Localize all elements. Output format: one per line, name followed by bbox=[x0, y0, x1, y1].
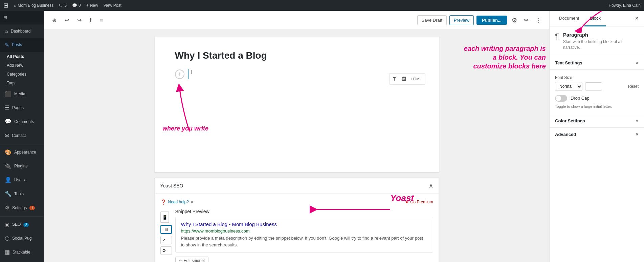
format-image-button[interactable]: 🖼 bbox=[399, 75, 408, 83]
house-icon: ⌂ bbox=[14, 3, 16, 8]
sidebar-item-tools-label: Tools bbox=[14, 192, 24, 197]
app-layout: ⊞ ⌂ Dashboard ✎ Posts All Posts Add New … bbox=[0, 11, 644, 262]
add-block-circle-btn[interactable]: + bbox=[175, 69, 184, 79]
undo-icon: ↩ bbox=[65, 17, 69, 23]
publish-button[interactable]: Publish... bbox=[476, 16, 507, 25]
main-content: ⊕ ↩ ↪ ℹ ≡ Save Draft Preview Publish... … bbox=[44, 11, 549, 262]
sidebar-sub-tags[interactable]: Tags bbox=[0, 79, 44, 87]
snippet-buttons-row: ✏ Edit snippet bbox=[175, 257, 433, 262]
toggle-knob bbox=[556, 96, 561, 101]
sidebar-item-appearance[interactable]: 🎨 Appearance bbox=[0, 146, 44, 160]
format-text-button[interactable]: T bbox=[391, 75, 398, 83]
drop-cap-toggle[interactable] bbox=[555, 95, 567, 102]
admin-bar-howdy: Howdy, Elna Cain bbox=[609, 3, 641, 8]
more-icon: ⋮ bbox=[536, 17, 542, 24]
advanced-chevron-icon: ∨ bbox=[636, 132, 639, 137]
format-html-button[interactable]: HTML bbox=[409, 75, 424, 83]
undo-button[interactable]: ↩ bbox=[62, 15, 72, 25]
admin-bar-view-post-label: View Post bbox=[104, 3, 121, 8]
sidebar-sub-categories[interactable]: Categories bbox=[0, 70, 44, 79]
color-settings-title: Color Settings bbox=[555, 118, 585, 123]
add-block-button[interactable]: ⊕ bbox=[49, 15, 59, 25]
pages-icon: ☰ bbox=[5, 104, 9, 112]
sidebar-sub-all-posts[interactable]: All Posts bbox=[0, 52, 44, 61]
sidebar-logo-icon: ⊞ bbox=[3, 15, 7, 20]
sidebar-item-seo-label: SEO bbox=[12, 222, 21, 227]
font-size-select[interactable]: Normal Small Regular Large Huge bbox=[555, 82, 582, 91]
tools-panel-button[interactable]: ✏ bbox=[522, 15, 531, 26]
sidebar-item-comments[interactable]: 💬 Comments bbox=[0, 115, 44, 129]
paragraph-block-name: Paragraph bbox=[563, 32, 639, 38]
settings-panel-button[interactable]: ⚙ bbox=[510, 15, 519, 26]
snippet-preview-panel: Snippet Preview Why I Started a Blog - M… bbox=[175, 209, 433, 262]
editor-canvas[interactable]: Why I Started a Blog + | T 🖼 HTML bbox=[155, 37, 439, 172]
post-title[interactable]: Why I Started a Blog bbox=[175, 50, 419, 61]
admin-bar: ⊞ ⌂ Mom Blog Business 🗨 5 💬 0 + New View… bbox=[0, 0, 644, 11]
sidebar-item-dashboard[interactable]: ⌂ Dashboard bbox=[0, 24, 44, 38]
add-icon: ⊕ bbox=[52, 17, 57, 23]
yoast-help-row: ❓ Need help? ▾ bbox=[160, 199, 193, 205]
font-size-reset-button[interactable]: Reset bbox=[628, 84, 639, 89]
sidebar-item-plugins[interactable]: 🔌 Plugins bbox=[0, 160, 44, 174]
snippet-title[interactable]: Why I Started a Blog - Mom Blog Business bbox=[181, 221, 277, 227]
yoast-collapse-btn[interactable]: ∧ bbox=[429, 182, 433, 189]
sidebar-item-contact-label: Contact bbox=[12, 133, 26, 139]
admin-bar-new[interactable]: + New bbox=[86, 3, 98, 8]
sidebar-item-stackable[interactable]: ▦ Stackable bbox=[0, 245, 44, 259]
sidebar-item-settings[interactable]: ⚙ Settings 1 bbox=[0, 201, 44, 215]
redo-button[interactable]: ↪ bbox=[74, 15, 84, 25]
sidebar-item-media[interactable]: ⬛ Media bbox=[0, 87, 44, 101]
pencil-icon: ✏ bbox=[524, 17, 529, 24]
admin-bar-message[interactable]: 💬 0 bbox=[72, 3, 81, 8]
text-settings-header[interactable]: Text Settings ∧ bbox=[550, 56, 644, 70]
sidebar-item-posts[interactable]: ✎ Posts bbox=[0, 38, 44, 52]
yoast-title: Yoast SEO bbox=[160, 183, 183, 188]
block-content-area[interactable]: | bbox=[188, 69, 192, 79]
yoast-body: ❓ Need help? ▾ ★ Go Premium bbox=[155, 194, 439, 262]
wp-logo-icon[interactable]: ⊞ bbox=[3, 2, 8, 9]
edit-snippet-button[interactable]: ✏ Edit snippet bbox=[175, 257, 209, 262]
color-settings-header[interactable]: Color Settings ∨ bbox=[550, 114, 644, 128]
go-premium-link[interactable]: ★ Go Premium bbox=[405, 200, 433, 204]
settings-icon: ⚙ bbox=[5, 204, 9, 211]
sidebar-item-tools[interactable]: 🔧 Tools bbox=[0, 187, 44, 201]
contact-icon: ✉ bbox=[5, 132, 9, 139]
share-icon-btn[interactable]: ↗ bbox=[160, 236, 172, 244]
snippet-preview-container: 📱 🖥 ↗ ⚙ Snippet Preview Why I Started a … bbox=[160, 209, 433, 262]
settings-badge: 1 bbox=[29, 206, 35, 210]
tab-block[interactable]: Block bbox=[584, 11, 606, 26]
sidebar-item-contact[interactable]: ✉ Contact bbox=[0, 129, 44, 143]
admin-bar-view-post[interactable]: View Post bbox=[104, 3, 121, 8]
advanced-header[interactable]: Advanced ∨ bbox=[550, 128, 644, 141]
desktop-device-icon[interactable]: 🖥 bbox=[160, 225, 172, 234]
list-view-button[interactable]: ≡ bbox=[97, 15, 106, 25]
info-icon: ℹ bbox=[90, 17, 92, 23]
admin-bar-new-label: New bbox=[90, 3, 98, 8]
color-settings-chevron-icon: ∨ bbox=[636, 118, 639, 123]
sidebar-item-atomicblocks[interactable]: ◈ Atomic Blocks bbox=[0, 259, 44, 262]
more-options-button[interactable]: ⋮ bbox=[534, 15, 544, 26]
users-icon: 👤 bbox=[5, 177, 12, 184]
panel-close-button[interactable]: × bbox=[634, 14, 640, 23]
font-size-input[interactable] bbox=[585, 82, 602, 90]
sidebar: ⊞ ⌂ Dashboard ✎ Posts All Posts Add New … bbox=[0, 11, 44, 262]
tab-document[interactable]: Document bbox=[554, 11, 584, 26]
mobile-device-icon[interactable]: 📱 bbox=[160, 211, 169, 223]
tools-icon: 🔧 bbox=[5, 190, 12, 198]
need-help-link[interactable]: Need help? bbox=[168, 200, 189, 204]
sidebar-item-seo[interactable]: ◉ SEO 2 bbox=[0, 218, 44, 232]
sidebar-sub-add-new[interactable]: Add New bbox=[0, 61, 44, 70]
sidebar-item-socialpug[interactable]: ⬡ Social Pug bbox=[0, 232, 44, 246]
snippet-desc: Please provide a meta description by edi… bbox=[181, 235, 427, 248]
sidebar-logo: ⊞ bbox=[0, 11, 44, 24]
preview-button[interactable]: Preview bbox=[449, 15, 474, 25]
plus-icon: + bbox=[86, 3, 89, 8]
sidebar-item-users[interactable]: 👤 Users bbox=[0, 173, 44, 187]
save-draft-button[interactable]: Save Draft bbox=[417, 15, 447, 25]
admin-bar-site[interactable]: ⌂ Mom Blog Business bbox=[14, 3, 53, 8]
sidebar-item-pages[interactable]: ☰ Pages bbox=[0, 101, 44, 115]
admin-bar-comments[interactable]: 🗨 5 bbox=[59, 3, 67, 8]
gear-snippet-btn[interactable]: ⚙ bbox=[160, 246, 172, 255]
info-button[interactable]: ℹ bbox=[87, 15, 94, 25]
sidebar-item-dashboard-label: Dashboard bbox=[11, 29, 31, 34]
